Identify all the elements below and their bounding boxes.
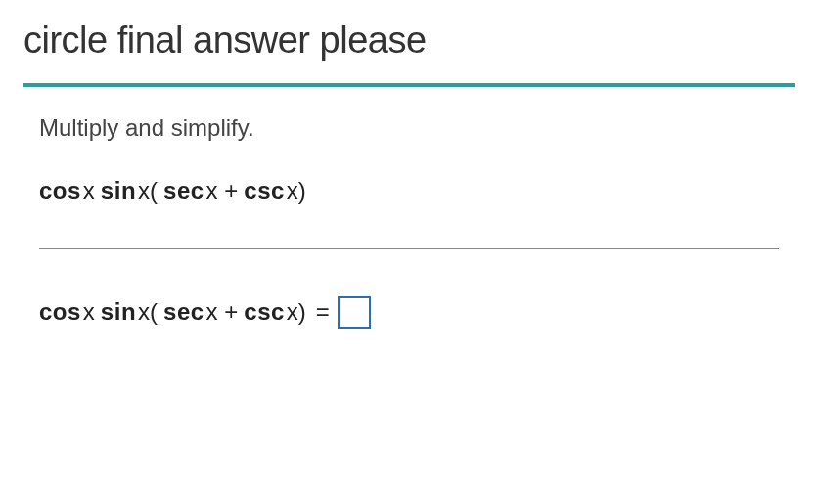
var-x1: x [83, 177, 95, 205]
page-heading: circle final answer please [23, 20, 795, 62]
ans-fn-sec: sec [163, 298, 204, 326]
thin-divider [39, 248, 779, 249]
expression-line: cosx sinx( secx + cscx) [39, 177, 779, 205]
var-x2: x( [138, 177, 158, 205]
ans-var-x4: x) [287, 298, 306, 326]
answer-row: cosx sinx( secx + cscx) = [39, 296, 779, 329]
ans-fn-cos: cos [39, 298, 81, 326]
ans-fn-csc: csc [244, 298, 285, 326]
equals-sign: = [316, 298, 330, 326]
var-x4: x) [287, 177, 306, 205]
ans-fn-sin: sin [101, 298, 136, 326]
ans-var-x1: x [83, 298, 95, 326]
var-x3: x + [206, 177, 239, 205]
instruction-text: Multiply and simplify. [39, 115, 779, 142]
answer-input-box[interactable] [338, 296, 371, 329]
content-area: Multiply and simplify. cosx sinx( secx +… [23, 87, 795, 329]
fn-cos: cos [39, 177, 81, 205]
fn-csc: csc [244, 177, 285, 205]
fn-sin: sin [101, 177, 136, 205]
ans-var-x2: x( [138, 298, 158, 326]
ans-var-x3: x + [206, 298, 239, 326]
fn-sec: sec [163, 177, 204, 205]
